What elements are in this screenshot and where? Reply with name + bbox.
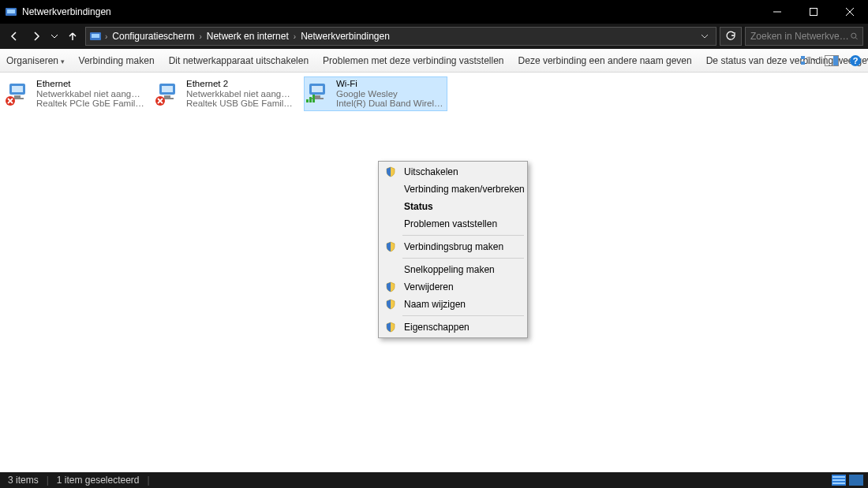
address-dropdown-icon[interactable] — [702, 33, 708, 39]
maximize-button[interactable] — [795, 0, 832, 24]
svg-rect-15 — [833, 56, 838, 65]
preview-pane-button[interactable] — [824, 53, 840, 69]
rename-command[interactable]: Deze verbinding een andere naam geven — [518, 55, 692, 66]
connection-item-ethernet[interactable]: Ethernet Netwerkkabel niet aangesloten R… — [5, 77, 147, 110]
context-menu: Uitschakelen Verbinding maken/verbreken … — [378, 161, 528, 338]
connect-command[interactable]: Verbinding maken — [79, 55, 155, 66]
window-title: Netwerkverbindingen — [22, 6, 111, 17]
svg-rect-1 — [7, 9, 15, 13]
breadcrumb-network-connections[interactable]: Netwerkverbindingen — [299, 31, 391, 42]
breadcrumb-separator: › — [197, 32, 203, 41]
ctx-separator — [402, 235, 524, 236]
svg-rect-24 — [162, 86, 173, 92]
ctx-bridge[interactable]: Verbindingsbrug maken — [380, 238, 526, 255]
shield-icon — [384, 298, 397, 311]
ctx-separator — [402, 315, 524, 316]
content-area[interactable]: Ethernet Netwerkkabel niet aangesloten R… — [0, 73, 868, 472]
svg-line-9 — [855, 38, 857, 39]
connection-status: Netwerkkabel niet aangesloten — [36, 89, 145, 99]
svg-rect-34 — [312, 95, 315, 102]
shield-icon — [384, 166, 397, 178]
svg-rect-7 — [92, 34, 99, 38]
breadcrumb-separator: › — [292, 32, 297, 41]
up-button[interactable] — [63, 27, 82, 46]
window-controls — [759, 0, 868, 24]
back-button[interactable] — [5, 27, 24, 46]
connection-status: Google Wesley — [336, 89, 445, 99]
shield-icon — [384, 321, 397, 333]
ctx-delete[interactable]: Verwijderen — [380, 278, 526, 296]
shield-icon — [384, 240, 397, 253]
ethernet-icon — [6, 79, 32, 107]
address-bar[interactable]: › Configuratiescherm › Netwerk en intern… — [85, 27, 716, 46]
refresh-button[interactable] — [720, 27, 742, 46]
breadcrumb-network-internet[interactable]: Netwerk en internet — [205, 31, 290, 42]
search-icon — [851, 32, 858, 41]
ctx-disable[interactable]: Uitschakelen — [380, 163, 526, 181]
details-view-button[interactable] — [832, 475, 846, 486]
wifi-icon — [306, 79, 331, 107]
svg-rect-3 — [810, 9, 817, 16]
status-item-count: 3 items — [8, 475, 39, 486]
window-icon — [5, 6, 17, 18]
svg-text:?: ? — [853, 56, 859, 65]
svg-point-8 — [851, 33, 856, 38]
navigation-bar: › Configuratiescherm › Netwerk en intern… — [0, 24, 868, 49]
svg-rect-11 — [801, 61, 805, 65]
connection-device: Realtek PCIe GbE Family Controller — [36, 99, 145, 109]
breadcrumb-separator: › — [103, 32, 109, 41]
connection-name: Ethernet — [36, 79, 145, 89]
titlebar: Netwerkverbindingen — [0, 0, 868, 24]
connection-device: Intel(R) Dual Band Wireless-AC 72... — [336, 99, 445, 109]
status-separator: | — [47, 475, 49, 486]
ctx-status[interactable]: Status — [380, 198, 526, 215]
connection-item-ethernet2[interactable]: Ethernet 2 Netwerkkabel niet aangesloten… — [155, 77, 297, 110]
breadcrumb-control-panel[interactable]: Configuratiescherm — [110, 31, 196, 42]
close-button[interactable] — [832, 0, 868, 24]
connection-item-wifi[interactable]: Wi-Fi Google Wesley Intel(R) Dual Band W… — [305, 77, 447, 110]
search-placeholder: Zoeken in Netwerkverbinding... — [750, 31, 851, 42]
svg-rect-32 — [306, 99, 309, 102]
forward-button[interactable] — [27, 27, 46, 46]
ctx-diagnose[interactable]: Problemen vaststellen — [380, 215, 526, 233]
large-icons-view-button[interactable] — [849, 475, 863, 486]
disable-device-command[interactable]: Dit netwerkapparaat uitschakelen — [169, 55, 309, 66]
ctx-separator — [402, 258, 524, 259]
ctx-connect-disconnect[interactable]: Verbinding maken/verbreken — [380, 181, 526, 198]
shield-icon — [384, 281, 397, 293]
svg-rect-19 — [12, 86, 23, 92]
connection-device: Realtek USB GbE Family Controller — [186, 99, 295, 109]
svg-rect-29 — [312, 86, 323, 92]
connection-name: Wi-Fi — [336, 79, 445, 89]
ctx-rename[interactable]: Naam wijzigen — [380, 296, 526, 313]
view-options-button[interactable] — [800, 53, 816, 69]
status-bar: 3 items | 1 item geselecteerd | — [0, 472, 868, 488]
svg-rect-10 — [801, 56, 805, 59]
command-bar: Organiseren Verbinding maken Dit netwerk… — [0, 49, 868, 73]
connection-status: Netwerkkabel niet aangesloten — [186, 89, 295, 99]
search-input[interactable]: Zoeken in Netwerkverbinding... — [745, 27, 863, 46]
ethernet-icon — [156, 79, 181, 107]
svg-rect-33 — [309, 97, 312, 102]
ctx-properties[interactable]: Eigenschappen — [380, 319, 526, 336]
ctx-shortcut[interactable]: Snelkoppeling maken — [380, 261, 526, 278]
connection-name: Ethernet 2 — [186, 79, 295, 89]
organise-menu[interactable]: Organiseren — [6, 55, 65, 66]
minimize-button[interactable] — [759, 0, 795, 24]
address-icon — [89, 30, 102, 43]
status-separator: | — [148, 475, 150, 486]
recent-dropdown[interactable] — [49, 27, 60, 46]
status-selected-count: 1 item geselecteerd — [57, 475, 140, 486]
diagnose-command[interactable]: Problemen met deze verbinding vaststelle… — [323, 55, 503, 66]
svg-rect-30 — [314, 95, 320, 98]
help-button[interactable]: ? — [847, 53, 863, 69]
